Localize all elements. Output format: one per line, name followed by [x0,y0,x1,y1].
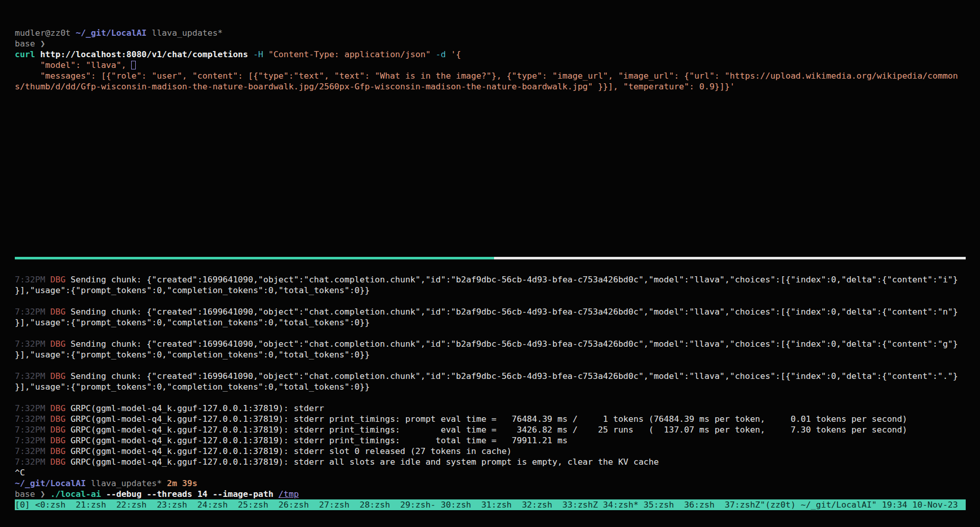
text-segment: GRPC(ggml-model-q4_k.gguf-127.0.0.1:3781… [70,457,658,467]
text-segment: Sending chunk: {"created":1699641090,"ob… [70,307,958,317]
text-segment: GRPC(ggml-model-q4_k.gguf-127.0.0.1:3781… [70,414,907,424]
text-segment: "Content-Type: application/json" [268,50,431,59]
text-segment: 7:32PM [15,339,51,349]
text-segment: -H [253,50,263,59]
tmux-status-bar: [0] <0:zsh 21:zsh 22:zsh 23:zsh 24:zsh 2… [15,499,966,510]
text-segment: 7:32PM [15,446,51,456]
text-segment: DBG [51,275,71,284]
log-line: }],"usage":{"prompt_tokens":0,"completio… [15,381,980,392]
text-segment: 2m 39s [167,478,198,488]
terminal-cursor [131,61,136,69]
text-segment: DBG [51,425,71,435]
log-line: 7:32PM DBG Sending chunk: {"created":169… [15,306,980,317]
text-segment: ^C [15,468,25,477]
text-segment: DBG [51,414,71,424]
text-segment: 7:32PM [15,307,51,317]
prompt-line: base ❯ [15,38,980,49]
text-segment: llava_updates* [86,478,167,488]
text-segment: http://localhost:8080/v1/chat/completion… [40,50,248,59]
text-segment: base [15,489,40,499]
log-line: 7:32PM DBG Sending chunk: {"created":169… [15,371,980,381]
log-line: 7:32PM DBG GRPC(ggml-model-q4_k.gguf-127… [15,414,980,424]
text-segment: 7:32PM [15,275,51,284]
pane-divider-active-segment [15,257,494,259]
blank-lines [15,328,15,339]
text-segment: DBG [51,436,71,445]
text-segment [446,50,451,59]
prompt-line: ~/_git/LocalAI llava_updates* 2m 39s [15,478,980,489]
command-line: "model": "llava", [15,60,980,70]
text-segment: /tmp [279,489,299,499]
log-line: 7:32PM DBG Sending chunk: {"created":169… [15,274,980,285]
pane-divider-inactive-segment [494,257,966,259]
text-segment: 7:32PM [15,371,51,381]
text-segment [248,50,253,59]
text-segment: }],"usage":{"prompt_tokens":0,"completio… [15,285,370,295]
text-segment: GRPC(ggml-model-q4_k.gguf-127.0.0.1:3781… [70,425,907,435]
text-segment: "messages": [{"role": "user", "content":… [15,71,958,81]
text-segment: DBG [51,457,71,467]
command-line: base ❯ ./local-ai --debug --threads 14 -… [15,489,980,499]
prompt-line: mudler@zz0t ~/_git/LocalAI llava_updates… [15,28,980,38]
text-segment: mudler@zz0t [15,28,76,38]
pane-divider [15,253,966,264]
text-segment: ./local-ai [51,489,101,499]
text-segment: DBG [51,307,71,317]
text-segment: 7:32PM [15,414,51,424]
text-segment: GRPC(ggml-model-q4_k.gguf-127.0.0.1:3781… [70,446,511,456]
tmux-window-list: [0] <0:zsh 21:zsh 22:zsh 23:zsh 24:zsh 2… [15,499,760,510]
text-segment: }],"usage":{"prompt_tokens":0,"completio… [15,382,370,392]
blank-lines [15,296,15,306]
text-segment: Sending chunk: {"created":1699641090,"ob… [70,275,958,284]
command-line: curl http://localhost:8080/v1/chat/compl… [15,49,980,60]
text-segment: 7:32PM [15,403,51,413]
text-segment: Sending chunk: {"created":1699641090,"ob… [70,371,958,381]
text-segment [431,50,436,59]
text-segment: -d [436,50,446,59]
text-segment: '{ [451,50,461,59]
blank-lines [15,392,15,403]
text-segment: }],"usage":{"prompt_tokens":0,"completio… [15,318,370,327]
blank-lines [15,264,15,274]
text-segment: s/thumb/d/dd/Gfp-wisconsin-madison-the-n… [15,82,735,91]
text-segment: }],"usage":{"prompt_tokens":0,"completio… [15,350,370,360]
log-line: ^C [15,467,980,478]
text-segment: 7:32PM [15,425,51,435]
log-line: 7:32PM DBG GRPC(ggml-model-q4_k.gguf-127… [15,424,980,435]
log-line: }],"usage":{"prompt_tokens":0,"completio… [15,285,980,296]
text-segment: DBG [51,371,71,381]
log-line: 7:32PM DBG GRPC(ggml-model-q4_k.gguf-127… [15,403,980,414]
text-segment: 7:32PM [15,457,51,467]
text-segment: 7:32PM [15,436,51,445]
text-segment: ~/_git/LocalAI [15,478,86,488]
text-segment: curl [15,50,40,59]
tmux-session-info: "(zz0t) ~/_git/LocalAI" 19:34 10-Nov-23 [760,499,958,510]
terminal-lines: mudler@zz0t ~/_git/LocalAI llava_updates… [15,28,980,499]
text-segment: base [15,39,40,49]
text-segment: --debug --threads 14 --image-path [101,489,279,499]
terminal-screen[interactable]: mudler@zz0t ~/_git/LocalAI llava_updates… [0,0,980,527]
command-line: s/thumb/d/dd/Gfp-wisconsin-madison-the-n… [15,81,980,92]
text-segment: Sending chunk: {"created":1699641090,"ob… [70,339,958,349]
text-segment [263,50,268,59]
text-segment: ❯ [40,39,45,49]
text-segment: DBG [51,403,71,413]
log-line: }],"usage":{"prompt_tokens":0,"completio… [15,317,980,328]
log-line: 7:32PM DBG Sending chunk: {"created":169… [15,339,980,349]
blank-lines [15,92,15,253]
text-segment: GRPC(ggml-model-q4_k.gguf-127.0.0.1:3781… [70,436,568,445]
text-segment: GRPC(ggml-model-q4_k.gguf-127.0.0.1:3781… [70,403,324,413]
log-line: 7:32PM DBG GRPC(ggml-model-q4_k.gguf-127… [15,457,980,467]
command-line: "messages": [{"role": "user", "content":… [15,70,980,81]
log-line: }],"usage":{"prompt_tokens":0,"completio… [15,349,980,360]
text-segment: "model": "llava", [15,60,131,70]
text-segment: ~/_git/LocalAI [76,28,146,38]
log-line: 7:32PM DBG GRPC(ggml-model-q4_k.gguf-127… [15,435,980,446]
blank-lines [15,360,15,371]
text-segment: llava_updates* [146,28,223,38]
text-segment: ❯ [40,489,51,499]
text-segment: DBG [51,339,71,349]
text-segment: DBG [51,446,71,456]
log-line: 7:32PM DBG GRPC(ggml-model-q4_k.gguf-127… [15,446,980,457]
